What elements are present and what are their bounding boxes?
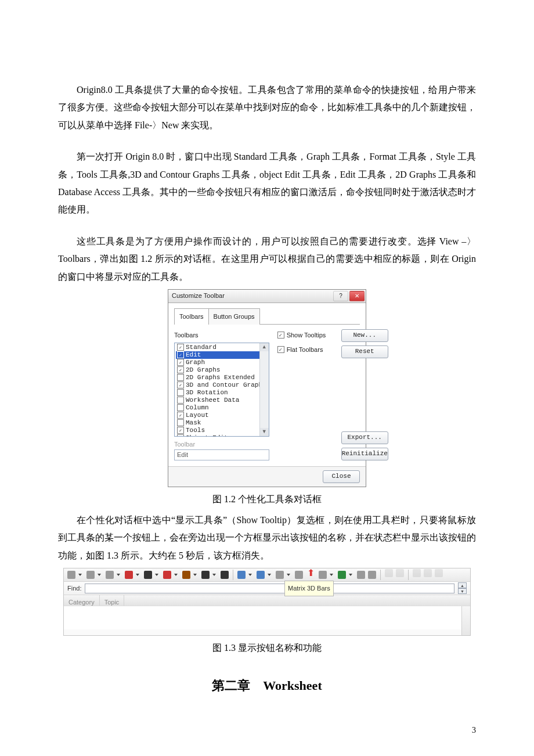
checkbox-icon[interactable] (177, 397, 184, 404)
new-button[interactable]: New... (341, 329, 388, 342)
find-input[interactable] (85, 584, 454, 593)
dropdown-icon[interactable] (174, 574, 178, 576)
checkbox-icon[interactable] (177, 359, 184, 366)
col-category[interactable]: Category (64, 595, 100, 606)
toolbar-list-item[interactable]: Tools (176, 427, 268, 434)
toolbar-list-item[interactable]: 3D and Contour Graphs (176, 381, 268, 389)
dropdown-icon[interactable] (98, 574, 101, 576)
tab-button-groups[interactable]: Button Groups (208, 308, 260, 325)
tooltip: Matrix 3D Bars (284, 581, 334, 596)
checkbox-icon[interactable] (177, 389, 184, 396)
toolbars-listbox[interactable]: StandardEditGraph2D Graphs2D Graphs Exte… (174, 343, 269, 437)
tool-icon[interactable] (182, 571, 190, 579)
toolbar-name-field[interactable]: Edit (174, 449, 269, 460)
tool-icon[interactable] (368, 571, 376, 579)
dropdown-icon[interactable] (248, 574, 252, 576)
dropdown-icon[interactable] (155, 574, 158, 576)
checkbox-icon[interactable] (177, 427, 184, 434)
tool-icon[interactable] (357, 571, 365, 579)
separator (233, 570, 233, 580)
checkbox-icon[interactable] (177, 412, 184, 419)
tool-icon[interactable] (276, 571, 284, 579)
checkbox-icon[interactable] (177, 419, 184, 426)
figure-1-3: ⬆ Find: Matrix 3D Bars ▲▼ Category Topic (63, 568, 471, 636)
close-icon[interactable]: ✕ (349, 291, 365, 301)
toolbar-list-item[interactable]: Object Edit (176, 434, 268, 437)
dropdown-icon[interactable] (330, 574, 333, 576)
toolbar-list-item[interactable]: 2D Graphs Extended (176, 374, 268, 381)
checkbox-icon[interactable] (177, 374, 184, 381)
dropdown-icon[interactable] (268, 574, 271, 576)
toolbar-list-label: Worksheet Data (186, 397, 239, 404)
spinner-down-icon[interactable]: ▼ (458, 588, 467, 594)
tool-icon[interactable] (319, 571, 327, 579)
dialog-title: Customize Toolbar (172, 290, 225, 302)
toolbar-list-item[interactable]: Mask (176, 419, 268, 427)
tool-icon[interactable] (295, 571, 303, 579)
checkbox-icon[interactable] (177, 351, 184, 358)
tool-icon[interactable] (201, 571, 210, 579)
reset-button[interactable]: Reset (341, 345, 388, 358)
toolbar-list-item[interactable]: Edit (176, 351, 268, 359)
toolbars-section-label: Toolbars (174, 329, 269, 341)
listbox-scrollbar[interactable]: ▲ ▼ (259, 343, 269, 436)
dialog-titlebar[interactable]: Customize Toolbar ? ✕ (168, 290, 366, 303)
checkbox-icon[interactable] (177, 344, 184, 351)
checkbox-icon[interactable] (177, 404, 184, 411)
tab-toolbars[interactable]: Toolbars (174, 308, 209, 325)
dropdown-icon[interactable] (212, 574, 216, 576)
dropdown-icon[interactable] (193, 574, 197, 576)
toolbar-list-item[interactable]: Standard (176, 344, 268, 351)
tool-icon[interactable] (237, 571, 246, 579)
reinitialize-button[interactable]: Reinitialize (341, 448, 388, 460)
close-button[interactable]: Close (323, 470, 360, 483)
toolbar-list-item[interactable]: 2D Graphs (176, 366, 268, 374)
scroll-up-icon[interactable]: ▲ (260, 343, 269, 351)
toolbar-list-item[interactable]: Column (176, 404, 268, 412)
paragraph-1: Origin8.0 工具条提供了大量的命令按钮。工具条包含了常用的菜单命令的快捷… (58, 81, 476, 134)
export-button[interactable]: Export... (341, 431, 388, 444)
tool-icon[interactable] (257, 571, 265, 579)
dropdown-icon[interactable] (349, 574, 352, 576)
annotation-arrow-icon: ⬆ (307, 564, 315, 582)
tool-icon[interactable] (163, 571, 171, 579)
tool-icon[interactable] (67, 571, 75, 579)
toolbar-list-item[interactable]: Graph (176, 359, 268, 366)
page-number: 3 (472, 723, 476, 739)
toolbar-list-label: 3D and Contour Graphs (186, 381, 266, 389)
figure-1-3-caption: 图 1.3 显示按钮名称和功能 (58, 639, 476, 657)
col-topic[interactable]: Topic (100, 595, 125, 606)
show-tooltips-checkbox[interactable]: Show Tooltips (277, 329, 333, 341)
find-label: Find: (67, 582, 81, 595)
toolbar-list-label: Mask (186, 419, 201, 427)
tool-icon[interactable] (106, 571, 114, 579)
toolbar-list-item[interactable]: 3D Rotation (176, 389, 268, 397)
scroll-down-icon[interactable]: ▼ (260, 428, 269, 436)
spinner-up-icon[interactable]: ▲ (458, 582, 467, 588)
find-spinner[interactable]: ▲▼ (458, 582, 467, 594)
figure-1-2-caption: 图 1.2 个性化工具条对话框 (58, 491, 476, 508)
tool-icon[interactable] (86, 571, 95, 579)
toolbar-row: ⬆ (64, 568, 470, 582)
dropdown-icon[interactable] (117, 574, 120, 576)
tool-icon (435, 569, 443, 577)
tool-icon[interactable] (338, 571, 346, 579)
toolbar-list-label: Graph (186, 359, 205, 366)
dropdown-icon[interactable] (287, 574, 290, 576)
flat-toolbars-checkbox[interactable]: Flat Toolbars (277, 344, 333, 356)
separator (380, 570, 381, 580)
dropdown-icon[interactable] (78, 574, 82, 576)
checkbox-icon[interactable] (177, 434, 184, 437)
tool-icon[interactable] (125, 571, 133, 579)
checkbox-icon[interactable] (177, 366, 184, 373)
tool-icon[interactable] (144, 571, 152, 579)
tool-icon[interactable] (221, 571, 229, 579)
tool-icon (424, 569, 432, 577)
checkbox-icon[interactable] (177, 381, 184, 388)
toolbar-list-label: Layout (186, 412, 209, 419)
toolbar-list-item[interactable]: Layout (176, 412, 268, 419)
toolbar-list-item[interactable]: Worksheet Data (176, 397, 268, 404)
toolbar-list-label: Standard (186, 344, 217, 351)
help-button[interactable]: ? (333, 291, 348, 301)
dropdown-icon[interactable] (136, 574, 139, 576)
